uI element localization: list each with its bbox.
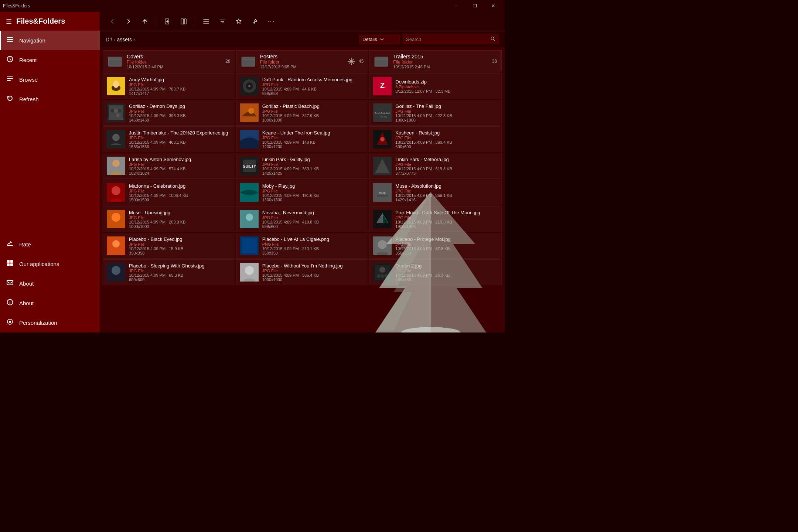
up-button[interactable] xyxy=(138,15,151,28)
breadcrumb-expand-icon[interactable]: › xyxy=(133,37,135,42)
more-button[interactable]: ··· xyxy=(265,15,278,28)
file-thumb-queen xyxy=(373,263,392,282)
file-info-queen: Queen 2.jpg JPG File 10/12/2015 4:09 PM … xyxy=(395,263,498,282)
file-thumb-downloads: Z xyxy=(373,77,392,95)
snowflake-icon xyxy=(347,57,356,66)
file-placebo-sleeping[interactable]: Placebo - Sleeping With Ghosts.jpg JPG F… xyxy=(103,259,235,285)
file-type-madonna: JPG File xyxy=(129,189,231,193)
sidebar-item-browse[interactable]: Browse xyxy=(0,70,100,89)
file-thumb-placebo-without xyxy=(240,263,259,282)
svg-point-36 xyxy=(110,109,114,113)
forward-button[interactable] xyxy=(122,15,135,28)
folder-covers-count: 28 xyxy=(225,59,230,64)
svg-point-83 xyxy=(384,274,388,278)
file-placebo-black[interactable]: Placebo - Black Eyed.jpg JPG File 10/12/… xyxy=(103,233,235,259)
file-muse-uprising[interactable]: Muse - Uprising.jpg JPG File 10/12/2015 … xyxy=(103,206,235,232)
file-madonna[interactable]: Madonna - Celebration.jpg JPG File 10/12… xyxy=(103,180,235,205)
file-downloads[interactable]: Z Downloads.zip 8 Zip archive 8/12/2015 … xyxy=(369,73,502,99)
file-linkin-guilty[interactable]: GUILTY Linkin Park - Guilty.jpg JPG File… xyxy=(236,153,369,179)
file-meta-placebo-sleeping: 10/12/2015 4:09 PM 65.3 KB xyxy=(129,273,231,277)
file-queen[interactable]: Queen 2.jpg JPG File 10/12/2015 4:09 PM … xyxy=(369,259,502,285)
sidebar-item-personalization[interactable]: Personalization xyxy=(0,313,100,332)
file-thumb-linkin-meteora xyxy=(373,157,392,175)
sidebar-item-our-apps[interactable]: Our applications xyxy=(0,254,100,274)
folder-covers[interactable]: Covers File folder 10/12/2015 2:46 PM 28 xyxy=(103,50,235,72)
file-type-larisa: JPG File xyxy=(129,162,231,167)
folder-trailers[interactable]: Trailers 2015 File folder 10/12/2015 2:4… xyxy=(369,50,502,72)
file-type-nirvana: JPG File xyxy=(262,215,365,220)
folder-posters[interactable]: Posters File folder 12/17/2013 9:05 PM 4… xyxy=(236,50,369,72)
sidebar-item-rate[interactable]: Rate xyxy=(0,235,100,254)
pane-button[interactable] xyxy=(177,15,190,28)
back-button[interactable] xyxy=(106,15,119,28)
svg-point-77 xyxy=(245,266,254,275)
pin-button[interactable] xyxy=(248,15,262,28)
file-moby[interactable]: Moby - Play.jpg JPG File 10/12/2015 4:09… xyxy=(236,180,369,205)
maximize-button[interactable]: ❐ xyxy=(466,0,483,12)
svg-rect-0 xyxy=(7,37,13,38)
file-thumb-daft-punk xyxy=(240,77,259,95)
sidebar-item-about[interactable]: i About xyxy=(0,293,100,313)
file-dims-queen: 480x480 xyxy=(395,277,498,282)
rate-icon xyxy=(6,240,14,249)
sidebar-item-support[interactable]: About xyxy=(0,274,100,293)
file-info-linkin-meteora: Linkin Park - Meteora.jpg JPG File 10/12… xyxy=(395,157,498,175)
svg-point-11 xyxy=(9,321,11,323)
file-meta-kosheen: 10/12/2015 4:09 PM 360.4 KB xyxy=(395,140,498,144)
svg-rect-24 xyxy=(375,57,388,66)
breadcrumb-drive[interactable]: D:\ xyxy=(106,37,112,42)
file-type-keane: JPG File xyxy=(262,136,365,140)
file-type-queen: JPG File xyxy=(395,269,498,273)
folder-posters-date: 12/17/2013 9:05 PM xyxy=(260,65,342,69)
file-type-gorillaz-demon: JPG File xyxy=(129,109,231,113)
close-button[interactable]: ✕ xyxy=(485,0,502,12)
file-gorillaz-plastic[interactable]: Gorillaz - Plastic Beach.jpg JPG File 10… xyxy=(236,100,369,126)
sidebar-item-recent[interactable]: Recent xyxy=(0,50,100,70)
view-select[interactable]: Details xyxy=(359,35,400,44)
file-type-linkin-meteora: JPG File xyxy=(395,162,498,167)
file-info-gorillaz-plastic: Gorillaz - Plastic Beach.jpg JPG File 10… xyxy=(262,103,365,122)
sort-button[interactable] xyxy=(216,15,229,28)
list-view-button[interactable] xyxy=(200,15,213,28)
file-thumb-justin xyxy=(107,130,125,149)
file-linkin-meteora[interactable]: Linkin Park - Meteora.jpg JPG File 10/12… xyxy=(369,153,502,179)
new-file-button[interactable] xyxy=(161,15,174,28)
file-daft-punk[interactable]: Daft Punk - Random Access Memories.jpg J… xyxy=(236,73,369,99)
svg-point-69 xyxy=(112,240,120,248)
file-gorillaz-fall[interactable]: GORILLAZTHE FALL Gorillaz - The Fall.jpg… xyxy=(369,100,502,126)
file-placebo-cigale[interactable]: Placebo - Live At La Cigale.png PNG File… xyxy=(236,233,369,259)
file-placebo-without[interactable]: Placebo - Without You I'm Nothing.jpg JP… xyxy=(236,259,369,285)
file-meta-linkin-guilty: 10/12/2015 4:09 PM 360.1 KB xyxy=(262,167,365,171)
file-placebo-protege[interactable]: Placebo - Protege Moi.jpg JPG File 10/12… xyxy=(369,233,502,259)
folder-trailers-icon xyxy=(374,54,389,69)
hamburger-icon[interactable]: ☰ xyxy=(6,17,12,25)
file-thumb-gorillaz-demon xyxy=(107,103,125,122)
favorites-button[interactable] xyxy=(232,15,245,28)
file-muse-absolution[interactable]: MUSE Muse - Absolution.jpg JPG File 10/1… xyxy=(369,180,502,205)
file-dims-muse-uprising: 1000x1000 xyxy=(129,224,231,229)
file-type-placebo-black: JPG File xyxy=(129,242,231,246)
search-input[interactable] xyxy=(406,37,488,42)
file-larisa[interactable]: Larisa by Anton Semenov.jpg JPG File 10/… xyxy=(103,153,235,179)
file-justin[interactable]: Justin Timberlake - The 20%20 Experience… xyxy=(103,126,235,152)
file-andy-warhol[interactable]: Andy Warhol.jpg JPG File 10/12/2015 4:09… xyxy=(103,73,235,99)
file-dims-placebo-black: 350x350 xyxy=(129,251,231,255)
file-meta-nirvana: 10/12/2015 4:09 PM 410.8 KB xyxy=(262,220,365,224)
svg-text:i: i xyxy=(9,300,10,305)
folder-covers-info: Covers File folder 10/12/2015 2:46 PM xyxy=(127,54,221,69)
sidebar-item-refresh[interactable]: Refresh xyxy=(0,89,100,109)
file-gorillaz-demon[interactable]: Gorillaz - Demon Days.jpg JPG File 10/12… xyxy=(103,100,235,126)
minimize-button[interactable]: − xyxy=(448,0,465,12)
file-type-andy-warhol: JPG File xyxy=(129,82,231,87)
file-thumb-placebo-sleeping xyxy=(107,263,125,282)
file-kosheen[interactable]: Kosheen - Resist.jpg JPG File 10/12/2015… xyxy=(369,126,502,152)
refresh-label: Refresh xyxy=(19,96,39,102)
file-thumb-placebo-black xyxy=(107,236,125,255)
folder-covers-type: File folder xyxy=(127,59,221,65)
file-pink-floyd[interactable]: Pink Floyd - Dark Side Of The Moon.jpg J… xyxy=(369,206,502,232)
file-keane[interactable]: Keane - Under The Iron Sea.jpg JPG File … xyxy=(236,126,369,152)
breadcrumb-folder[interactable]: assets xyxy=(117,37,132,42)
file-nirvana[interactable]: Nirvana - Nevermind.jpg JPG File 10/12/2… xyxy=(236,206,369,232)
sidebar-item-navigation[interactable]: Navigation xyxy=(0,31,100,50)
svg-rect-2 xyxy=(7,41,13,42)
